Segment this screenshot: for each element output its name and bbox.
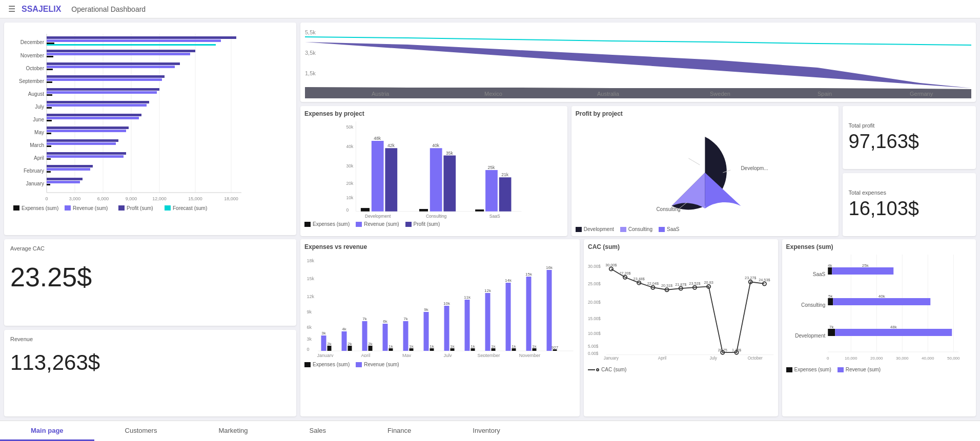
svg-text:42k: 42k xyxy=(387,143,395,148)
svg-text:April: April xyxy=(658,356,666,361)
svg-text:1k: 1k xyxy=(532,344,537,349)
svg-text:April: April xyxy=(34,155,44,161)
svg-text:January: January xyxy=(604,356,619,361)
svg-rect-146 xyxy=(424,312,429,351)
average-cac-value: 23.25$ xyxy=(10,262,290,292)
svg-text:20.00$: 20.00$ xyxy=(588,300,601,305)
area-chart-card: 5,5k 3,5k 1,5k Austria Mexico Australia … xyxy=(300,23,976,102)
svg-rect-49 xyxy=(47,142,116,145)
tab-inventory[interactable]: Inventory xyxy=(442,421,530,441)
svg-text:Consulting: Consulting xyxy=(801,302,825,308)
svg-rect-16 xyxy=(47,39,221,42)
svg-rect-48 xyxy=(47,139,118,142)
svg-rect-18 xyxy=(47,44,216,46)
header: ☰ SSAJELIX Operational Dashboard xyxy=(0,0,980,18)
tab-marketing[interactable]: Marketing xyxy=(188,421,278,441)
svg-text:20.31$: 20.31$ xyxy=(661,283,672,288)
menu-icon[interactable]: ☰ xyxy=(8,4,15,14)
svg-rect-236 xyxy=(833,298,930,305)
svg-text:22.04$: 22.04$ xyxy=(647,281,659,286)
svg-rect-234 xyxy=(828,298,833,305)
svg-rect-52 xyxy=(47,152,126,155)
tab-finance[interactable]: Finance xyxy=(357,421,442,441)
svg-text:July: July xyxy=(709,356,717,361)
svg-text:30.00$: 30.00$ xyxy=(605,263,617,267)
profit-by-project-card: Profit by project SaaS Developm... Consu… xyxy=(571,106,839,236)
revenue-label: Revenue xyxy=(10,336,290,342)
svg-text:October: October xyxy=(748,356,763,361)
profit-by-project-title: Profit by project xyxy=(576,110,834,117)
svg-text:35k: 35k xyxy=(446,151,454,156)
tab-main-page[interactable]: Main page xyxy=(0,421,94,441)
tab-customers[interactable]: Customers xyxy=(94,421,188,441)
svg-text:14k: 14k xyxy=(505,278,512,283)
svg-rect-166 xyxy=(526,277,532,351)
svg-text:5k: 5k xyxy=(421,204,426,209)
svg-text:927: 927 xyxy=(552,345,559,350)
svg-text:6,000: 6,000 xyxy=(97,196,109,201)
svg-text:2k: 2k xyxy=(368,342,373,346)
svg-rect-15 xyxy=(47,36,236,39)
svg-rect-134 xyxy=(362,321,368,351)
svg-text:6k: 6k xyxy=(383,319,387,324)
svg-rect-95 xyxy=(385,148,397,212)
svg-rect-70 xyxy=(165,205,171,211)
svg-text:23.27$: 23.27$ xyxy=(745,276,756,280)
svg-text:January: January xyxy=(26,181,44,186)
svg-text:9k: 9k xyxy=(307,309,312,314)
svg-text:25k: 25k xyxy=(488,165,496,170)
svg-rect-162 xyxy=(506,283,511,351)
svg-text:7k: 7k xyxy=(362,317,367,321)
svg-text:5k: 5k xyxy=(828,294,833,299)
svg-text:12k: 12k xyxy=(307,294,315,299)
svg-rect-102 xyxy=(443,156,456,212)
svg-text:May: May xyxy=(402,353,412,357)
legend-saas: SaaS xyxy=(659,226,679,232)
svg-rect-22 xyxy=(47,56,53,57)
average-cac-label: Average CAC xyxy=(10,245,290,251)
svg-text:March: March xyxy=(30,142,44,148)
svg-text:10k: 10k xyxy=(346,195,354,200)
svg-text:Consulting: Consulting xyxy=(656,206,680,212)
svg-text:May: May xyxy=(34,130,44,135)
svg-rect-26 xyxy=(47,69,53,70)
exp-vs-rev-title: Expenses vs revenue xyxy=(304,243,576,250)
svg-rect-130 xyxy=(342,331,347,351)
expenses-by-project-card: Expenses by project 50k 40k 30k 20k 10k … xyxy=(300,106,567,236)
svg-text:18k: 18k xyxy=(307,258,315,263)
svg-rect-138 xyxy=(383,324,388,351)
svg-text:30.00$: 30.00$ xyxy=(588,264,601,269)
svg-text:9,000: 9,000 xyxy=(126,196,137,201)
svg-rect-109 xyxy=(499,177,512,212)
svg-rect-150 xyxy=(444,306,450,351)
svg-text:June: June xyxy=(33,117,44,122)
legend-exp-rev-rev: Revenue (sum) xyxy=(356,362,399,367)
svg-text:40k: 40k xyxy=(432,143,440,148)
svg-rect-37 xyxy=(47,104,147,107)
svg-text:4k: 4k xyxy=(342,327,346,331)
svg-text:1k: 1k xyxy=(430,344,434,349)
svg-rect-93 xyxy=(372,141,384,212)
totals-section: Total profit 97,163$ Total expenses 16,1… xyxy=(843,106,976,236)
svg-text:3,5k: 3,5k xyxy=(305,50,316,56)
legend-exp: Expenses (sum) xyxy=(304,221,350,227)
svg-marker-72 xyxy=(305,42,971,88)
bottom-left: Average CAC 23.25$ Revenue 113,263$ xyxy=(4,239,296,416)
svg-rect-24 xyxy=(47,62,180,65)
svg-text:48k: 48k xyxy=(890,325,897,329)
svg-rect-36 xyxy=(47,101,149,103)
svg-rect-30 xyxy=(47,81,52,83)
svg-rect-40 xyxy=(47,114,141,116)
svg-rect-241 xyxy=(835,329,952,336)
svg-rect-100 xyxy=(430,148,442,212)
svg-text:10,000: 10,000 xyxy=(845,356,858,361)
cac-sum-card: CAC (sum) 30.00$ 25.00$ 20.00$ 15.00$ 10… xyxy=(584,239,778,416)
svg-rect-239 xyxy=(828,329,835,336)
svg-text:20,000: 20,000 xyxy=(870,356,883,361)
revenue-value: 113,263$ xyxy=(10,350,290,375)
svg-text:November: November xyxy=(21,53,45,58)
tab-sales[interactable]: Sales xyxy=(279,421,357,441)
svg-rect-61 xyxy=(47,181,80,183)
svg-text:0: 0 xyxy=(346,207,349,213)
total-expenses-card: Total expenses 16,103$ xyxy=(843,173,976,236)
